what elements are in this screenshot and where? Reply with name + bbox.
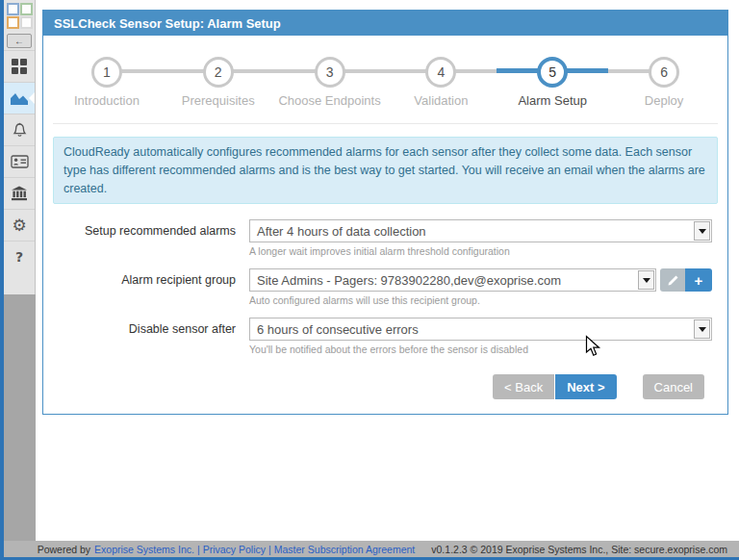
step-number: 3 [326, 64, 334, 80]
next-button[interactable]: Next > [555, 374, 616, 399]
section-divider [53, 123, 718, 124]
sidebar-item-dashboard[interactable] [4, 50, 35, 82]
step-number: 2 [215, 64, 222, 80]
step-circle: 2 [203, 57, 234, 88]
left-accent-bar [0, 0, 4, 560]
back-button[interactable]: < Back [493, 374, 554, 399]
step-circle: 5 [537, 57, 568, 88]
exoprise-link[interactable]: Exoprise Systems Inc. [94, 544, 194, 555]
panel-titlebar: SSLCheck Sensor Setup: Alarm Setup [43, 11, 727, 36]
recommended-alarms-select[interactable]: After 4 hours of data collection [249, 219, 712, 242]
step-connector [455, 69, 497, 73]
sidebar-back-row: ← [4, 31, 35, 50]
wizard-step-alarm-setup: 5 Alarm Setup [497, 56, 608, 108]
step-number: 4 [437, 64, 445, 80]
pencil-icon [667, 274, 679, 287]
wizard-step-deploy: 6 Deploy [608, 56, 720, 108]
step-label: Deploy [608, 93, 720, 108]
step-connector [567, 68, 608, 73]
step-number: 1 [103, 64, 111, 80]
sidebar-item-settings[interactable]: ⚙ [4, 209, 35, 241]
field-help-text: You'll be notified about the errors befo… [249, 344, 712, 355]
privacy-policy-link[interactable]: Privacy Policy [203, 544, 266, 555]
version-site-text: v0.1.2.3 © 2019 Exoprise Systems Inc., S… [431, 544, 727, 555]
form-row-disable-sensor: Disable sensor after 6 hours of consecut… [43, 318, 727, 355]
sidebar-item-help[interactable]: ? [4, 241, 35, 272]
field-help-text: Auto configured alarms will use this rec… [249, 294, 712, 306]
chevron-down-icon [699, 229, 706, 234]
area-chart-icon [10, 91, 29, 106]
step-connector [233, 69, 274, 73]
step-circle: 6 [649, 57, 679, 88]
id-card-icon [11, 155, 29, 168]
bank-icon [11, 186, 28, 201]
powered-by-text: Powered by [38, 544, 90, 555]
sidebar-item-organization[interactable] [4, 177, 35, 209]
wizard-actions: < Back Next > Cancel [43, 374, 704, 399]
field-help-text: A longer wait improves initial alarm thr… [249, 245, 712, 257]
page-title: SSLCheck Sensor Setup: Alarm Setup [54, 16, 281, 31]
cancel-button[interactable]: Cancel [643, 374, 704, 399]
edit-recipient-group-button[interactable] [660, 268, 685, 292]
step-number: 6 [660, 64, 668, 80]
select-value: Site Admins - Pagers: 9783902280,dev@exo… [257, 273, 561, 288]
wizard-step-prerequisites: 2 Prerequisites [163, 56, 274, 108]
step-number: 5 [548, 64, 556, 80]
step-connector [163, 69, 204, 73]
step-circle: 4 [425, 57, 456, 88]
footer-separator: | [268, 544, 271, 555]
field-label: Disable sensor after [43, 318, 236, 336]
logo-square-orange [7, 16, 19, 29]
mouse-cursor [585, 335, 603, 359]
disable-sensor-select[interactable]: 6 hours of consecutive errors [249, 318, 712, 341]
add-recipient-group-button[interactable]: + [685, 268, 712, 292]
sidebar: ← [4, 0, 36, 560]
step-circle: 3 [315, 57, 345, 88]
sidebar-item-sensors[interactable] [4, 82, 35, 114]
bell-icon [12, 122, 28, 139]
wizard-steps: 1 Introduction 2 Prerequisites 3 Choose … [43, 36, 727, 108]
step-connector [497, 68, 538, 73]
step-label: Validation [385, 93, 497, 108]
sidebar-top: ← [4, 0, 36, 294]
question-icon: ? [15, 249, 23, 265]
step-label: Choose Endpoints [274, 93, 386, 108]
dropdown-button[interactable] [694, 319, 710, 339]
step-circle: 1 [91, 57, 122, 88]
chevron-down-icon [643, 278, 650, 283]
wizard-step-validation: 4 Validation [385, 56, 497, 108]
recipient-group-select[interactable]: Site Admins - Pagers: 9783902280,dev@exo… [249, 268, 656, 292]
setup-wizard-panel: SSLCheck Sensor Setup: Alarm Setup 1 Int… [42, 10, 728, 415]
info-banner: CloudReady automatically configures reco… [53, 137, 718, 204]
chevron-down-icon [699, 327, 706, 332]
logo-square-blue [7, 3, 19, 15]
logo-square-gray [20, 16, 33, 29]
step-connector [608, 69, 650, 73]
sidebar-item-alarms[interactable] [4, 114, 35, 145]
step-label: Alarm Setup [497, 93, 608, 108]
back-arrow-icon: ← [14, 36, 24, 46]
form-row-recipient-group: Alarm recipient group Site Admins - Page… [43, 268, 727, 306]
select-value: 6 hours of consecutive errors [257, 322, 419, 337]
field-label: Setup recommended alarms [43, 219, 236, 238]
back-nav-button[interactable]: ← [7, 34, 32, 48]
sidebar-item-contacts[interactable] [4, 145, 35, 177]
wizard-step-introduction: 1 Introduction [51, 56, 163, 108]
gear-icon: ⚙ [12, 216, 26, 235]
subscription-agreement-link[interactable]: Master Subscription Agreement [274, 544, 416, 555]
step-label: Introduction [51, 93, 163, 108]
step-connector [344, 69, 386, 73]
step-connector [121, 69, 163, 73]
select-value: After 4 hours of data collection [257, 224, 426, 239]
grid-icon [12, 59, 27, 74]
field-label: Alarm recipient group [43, 268, 236, 287]
plus-icon: + [695, 272, 703, 289]
step-connector [385, 69, 426, 73]
footer-separator: | [197, 544, 200, 555]
app-logo [4, 0, 35, 31]
dropdown-button[interactable] [638, 270, 654, 290]
footer-bar: Powered by Exoprise Systems Inc. | Priva… [0, 541, 739, 557]
alarm-setup-form: Setup recommended alarms After 4 hours o… [43, 219, 727, 355]
wizard-step-choose-endpoints: 3 Choose Endpoints [274, 56, 386, 108]
dropdown-button[interactable] [694, 221, 710, 241]
